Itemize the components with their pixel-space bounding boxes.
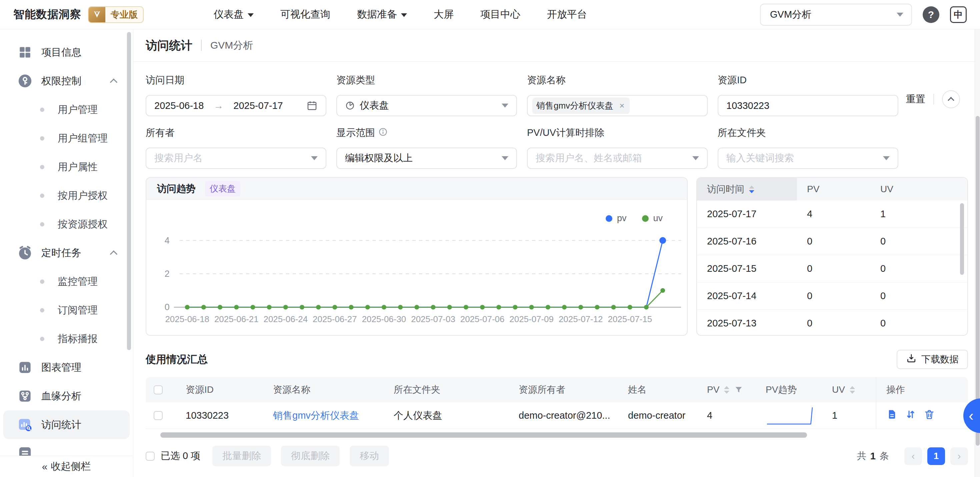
navbar-right: GVM分析 ? 中 <box>760 4 967 25</box>
page-1-button[interactable]: 1 <box>928 447 945 465</box>
col-resource-name: 资源名称 <box>273 377 394 403</box>
nav-item-1[interactable]: 仪表盘 <box>214 8 254 21</box>
project-select[interactable]: GVM分析 <box>760 4 912 25</box>
col-pv-trend: PV趋势 <box>766 377 832 403</box>
col-visit-time[interactable]: 访问时间 <box>697 178 797 201</box>
batch-delete-button[interactable]: 批量删除 <box>212 446 271 466</box>
col-resource-id: 资源ID <box>186 377 273 403</box>
sidebar-scrollbar[interactable] <box>127 32 131 350</box>
visit-time-table: 访问时间 PV UV 2025-07-17412025-07-16002025-… <box>696 177 968 336</box>
info-icon[interactable] <box>378 127 388 139</box>
pvuv-exclude-select[interactable]: 搜索用户名、姓名或邮箱 <box>527 147 708 169</box>
legend-pv[interactable]: pv <box>606 213 627 223</box>
move-button[interactable]: 移动 <box>350 446 389 466</box>
arrow-right-icon: → <box>214 100 223 111</box>
sidebar-item-用户属性[interactable]: 用户属性 <box>3 152 130 181</box>
row-select-cell <box>146 403 186 429</box>
nav-item-4[interactable]: 大屏 <box>434 8 453 21</box>
pvuv-exclude-placeholder: 搜索用户名、姓名或邮箱 <box>536 152 642 165</box>
sidebar-item-项目信息[interactable]: 项目信息 <box>3 38 130 67</box>
collapse-sidebar-label: 收起侧栏 <box>51 460 91 473</box>
hard-delete-button[interactable]: 彻底删除 <box>281 446 340 466</box>
col-pv: PV <box>707 377 766 403</box>
visit-time-cell: 2025-07-17 <box>697 201 797 228</box>
chevron-up-icon[interactable] <box>110 250 118 258</box>
next-page-button[interactable]: › <box>950 447 968 465</box>
download-data-button[interactable]: 下载数据 <box>897 350 968 369</box>
reset-button[interactable]: 重置 <box>906 93 925 106</box>
display-scope-select[interactable]: 编辑权限及以上 <box>336 147 517 169</box>
owner-select[interactable]: 搜索用户名 <box>146 147 326 169</box>
nav-item-6[interactable]: 开放平台 <box>547 8 587 21</box>
sidebar-item-按用户授权[interactable]: 按用户授权 <box>3 181 130 210</box>
time-table-scrollbar[interactable] <box>960 203 964 275</box>
row-checkbox[interactable] <box>154 411 163 420</box>
nav-item-5[interactable]: 项目中心 <box>480 8 520 21</box>
bullet-icon <box>40 308 45 312</box>
date-start: 2025-06-18 <box>154 100 204 111</box>
select-all-checkbox[interactable] <box>154 385 163 395</box>
horizontal-scrollbar-thumb[interactable] <box>160 433 807 438</box>
sidebar-item-权限控制[interactable]: 权限控制 <box>3 67 130 95</box>
svg-text:0: 0 <box>165 302 170 312</box>
sidebar-item-访问统计[interactable]: 访问统计 <box>3 410 130 439</box>
resource-type-value: 仪表盘 <box>360 99 389 112</box>
sidebar-item-指标播报[interactable]: 指标播报 <box>3 325 130 353</box>
legend-uv[interactable]: uv <box>642 213 663 223</box>
filter-funnel-icon[interactable] <box>734 385 743 395</box>
transfer-icon[interactable] <box>905 409 916 422</box>
uv-cell: 1 <box>832 403 876 429</box>
resource-type-select[interactable]: 仪表盘 <box>336 95 517 116</box>
collapse-filters-button[interactable] <box>942 90 960 108</box>
visit-time-cell: 2025-07-13 <box>697 310 797 336</box>
horizontal-scrollbar[interactable] <box>158 433 956 438</box>
sidebar-item-用户组管理[interactable]: 用户组管理 <box>3 124 130 152</box>
summary-table-row: 10330223 销售gmv分析仪表盘 个人仪表盘 demo-creator@2… <box>146 403 968 429</box>
footer-select-checkbox[interactable] <box>146 452 155 461</box>
sidebar-item-用户管理[interactable]: 用户管理 <box>3 95 130 124</box>
collapse-sidebar-button[interactable]: « 收起侧栏 <box>0 456 133 477</box>
page-header: 访问统计 GVM分析 <box>134 29 980 62</box>
language-icon[interactable]: 中 <box>950 6 967 23</box>
svg-text:2025-07-06: 2025-07-06 <box>460 314 505 324</box>
nav-item-label: 开放平台 <box>547 8 587 21</box>
owner-label: 所有者 <box>146 126 326 139</box>
sidebar-item-血缘分析[interactable]: 血缘分析 <box>3 382 130 410</box>
page-scrollbar-thumb[interactable] <box>976 116 980 446</box>
clock-icon <box>18 245 33 260</box>
sort-icon[interactable] <box>749 185 754 193</box>
delete-icon[interactable] <box>924 409 935 422</box>
prev-page-button[interactable]: ‹ <box>904 447 922 465</box>
nav-item-label: 项目中心 <box>480 8 520 21</box>
resource-name-link[interactable]: 销售gmv分析仪表盘 <box>273 409 359 422</box>
date-range-input[interactable]: 2025-06-18 → 2025-07-17 <box>146 95 326 116</box>
close-icon[interactable]: × <box>618 101 626 111</box>
pv-sparkline <box>766 406 816 426</box>
folder-select[interactable]: 输入关键词搜索 <box>718 147 898 169</box>
chevron-up-icon[interactable] <box>110 79 118 86</box>
sidebar-item-label: 图表管理 <box>41 361 81 374</box>
resource-id-input[interactable]: 10330223 <box>718 95 898 116</box>
sidebar-item-监控管理[interactable]: 监控管理 <box>3 267 130 296</box>
nav-item-3[interactable]: 数据准备 <box>357 8 407 21</box>
sort-icon[interactable] <box>850 386 855 394</box>
sidebar-item-定时任务[interactable]: 定时任务 <box>3 239 130 267</box>
resource-name-tag: 销售gmv分析仪表盘 × <box>532 98 630 114</box>
display-scope-value: 编辑权限及以上 <box>345 152 413 165</box>
svg-text:2025-06-21: 2025-06-21 <box>214 314 259 324</box>
help-icon[interactable]: ? <box>923 6 939 23</box>
nav-item-2[interactable]: 可视化查询 <box>280 8 330 21</box>
visit-time-cell: 2025-07-14 <box>697 282 797 309</box>
app-window: 智能数据洞察 专业版 仪表盘可视化查询数据准备大屏项目中心开放平台 GVM分析 … <box>0 0 980 477</box>
sidebar-item-按资源授权[interactable]: 按资源授权 <box>3 210 130 239</box>
sort-icon[interactable] <box>724 386 729 394</box>
resource-name-input[interactable]: 销售gmv分析仪表盘 × <box>527 95 708 116</box>
sidebar-item-图表管理[interactable]: 图表管理 <box>3 353 130 382</box>
select-all-cell <box>146 377 186 403</box>
pagination: ‹ 1 › <box>904 447 968 465</box>
grid-icon <box>18 44 33 60</box>
sidebar-item-订阅管理[interactable]: 订阅管理 <box>3 296 130 325</box>
svg-text:2: 2 <box>165 269 170 279</box>
sidebar-item-label: 按用户授权 <box>58 189 108 203</box>
view-log-icon[interactable] <box>886 409 898 422</box>
